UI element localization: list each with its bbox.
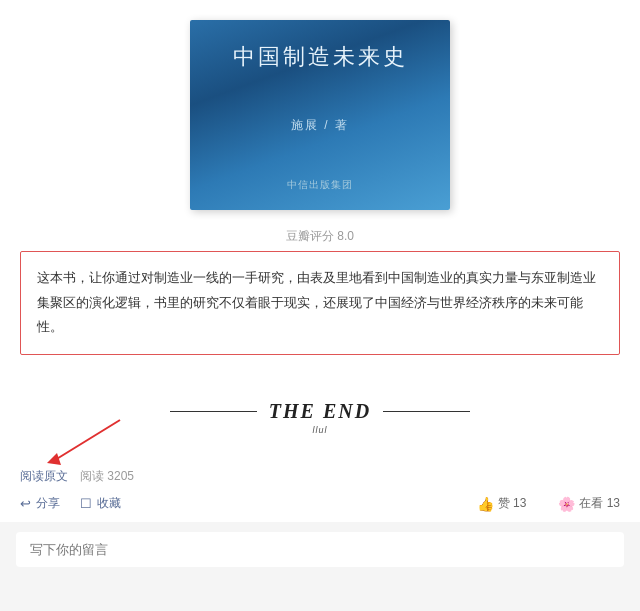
left-divider-line — [170, 411, 257, 412]
the-end-text: THE END — [269, 400, 371, 423]
like-icon: 👍 — [477, 496, 494, 512]
watching-label: 在看 13 — [579, 495, 620, 512]
share-icon: ↩ — [20, 496, 31, 511]
page-wrapper: 中国制造未来史 施展 / 著 中信出版集团 豆瓣评分 8.0 这本书，让你通过对… — [0, 0, 640, 577]
collect-button[interactable]: ☐ 收藏 — [80, 495, 121, 512]
comment-input[interactable] — [16, 532, 624, 567]
watching-button[interactable]: 🌸 在看 13 — [558, 495, 620, 512]
svg-line-0 — [55, 420, 120, 460]
svg-marker-1 — [47, 453, 61, 465]
summary-text: 这本书，让你通过对制造业一线的一手研究，由表及里地看到中国制造业的真实力量与东亚… — [37, 266, 603, 340]
like-button[interactable]: 👍 赞 13 — [477, 495, 527, 512]
book-cover: 中国制造未来史 施展 / 著 中信出版集团 — [190, 20, 450, 210]
share-label: 分享 — [36, 495, 60, 512]
the-end-divider: THE END — [170, 400, 470, 423]
collect-icon: ☐ — [80, 496, 92, 511]
right-actions-group: 👍 赞 13 🌸 在看 13 — [461, 495, 620, 512]
rating-text: 豆瓣评分 8.0 — [286, 229, 354, 243]
the-end-sub: llul — [312, 425, 327, 435]
book-publisher: 中信出版集团 — [287, 178, 353, 192]
book-title: 中国制造未来史 — [233, 42, 408, 72]
read-original-link[interactable]: 阅读原文 — [20, 468, 68, 485]
share-collect-group: ↩ 分享 ☐ 收藏 — [20, 495, 121, 512]
watching-icon: 🌸 — [558, 496, 575, 512]
comment-section — [0, 522, 640, 577]
red-arrow-icon — [35, 415, 125, 465]
share-button[interactable]: ↩ 分享 — [20, 495, 60, 512]
read-count: 阅读 3205 — [80, 468, 134, 485]
book-cover-section: 中国制造未来史 施展 / 著 中信出版集团 — [0, 0, 640, 220]
rating-section: 豆瓣评分 8.0 — [0, 220, 640, 251]
summary-box: 这本书，让你通过对制造业一线的一手研究，由表及里地看到中国制造业的真实力量与东亚… — [20, 251, 620, 355]
like-label: 赞 13 — [498, 495, 527, 512]
book-author: 施展 / 著 — [291, 117, 349, 134]
bottom-actions-bar: ↩ 分享 ☐ 收藏 👍 赞 13 🌸 在看 13 — [0, 491, 640, 522]
arrow-action-area: 阅读原文 阅读 3205 — [0, 450, 640, 491]
right-divider-line — [383, 411, 470, 412]
collect-label: 收藏 — [97, 495, 121, 512]
